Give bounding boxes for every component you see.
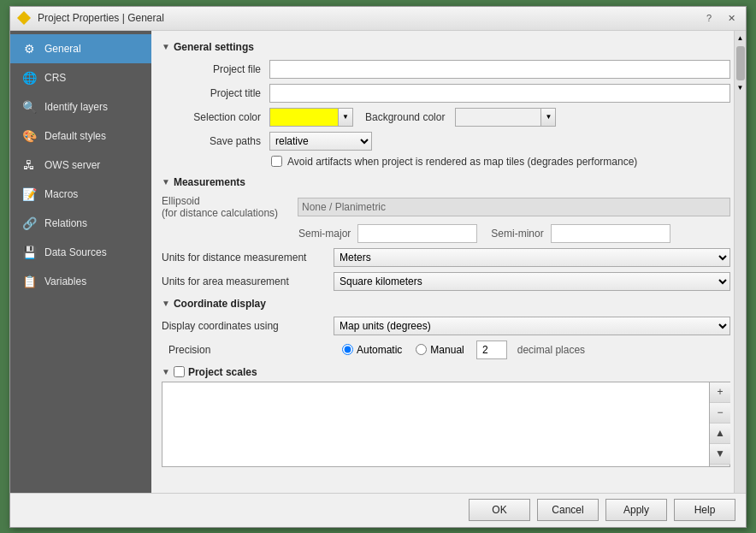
selection-color-label: Selection color	[162, 111, 264, 123]
precision-auto-radio[interactable]	[342, 344, 353, 355]
sidebar-item-identify-layers[interactable]: 🔍 Identify layers	[10, 92, 151, 121]
main-area: ▼ General settings Project file Project …	[151, 31, 746, 493]
macros-icon: 📝	[21, 186, 38, 203]
semi-minor-input[interactable]	[551, 224, 670, 243]
scales-arrow[interactable]: ▼	[162, 367, 170, 376]
project-scales-checkbox[interactable]	[174, 366, 185, 377]
sidebar: ⚙ General 🌐 CRS 🔍 Identify layers 🎨 Defa…	[10, 31, 151, 493]
precision-label: Precision	[168, 344, 335, 356]
sidebar-item-macros[interactable]: 📝 Macros	[10, 180, 151, 209]
apply-button[interactable]: Apply	[605, 499, 667, 521]
scrollable-content: ▼ General settings Project file Project …	[151, 31, 734, 493]
distance-select[interactable]: Meters Kilometers Feet Nautical miles De…	[334, 248, 730, 267]
selection-color-dropdown-btn[interactable]: ▼	[338, 108, 353, 127]
sidebar-label-identify: Identify layers	[44, 101, 108, 113]
sidebar-item-default-styles[interactable]: 🎨 Default styles	[10, 121, 151, 151]
sidebar-item-ows-server[interactable]: 🖧 OWS server	[10, 151, 151, 180]
background-color-label: Background color	[365, 111, 445, 123]
crs-icon: 🌐	[21, 69, 38, 86]
precision-row: Precision Automatic Manual decimal place…	[168, 341, 730, 359]
sidebar-item-relations[interactable]: 🔗 Relations	[10, 209, 151, 238]
sidebar-label-relations: Relations	[44, 217, 87, 229]
general-icon: ⚙	[21, 40, 38, 57]
sidebar-item-variables[interactable]: 📋 Variables	[10, 267, 151, 296]
relations-icon: 🔗	[21, 215, 38, 232]
ellipsoid-row: Ellipsoid (for distance calculations)	[162, 195, 730, 219]
sidebar-label-general: General	[44, 43, 81, 55]
precision-manual-label: Manual	[430, 344, 464, 356]
scales-list-area: + − ▲ ▼	[162, 382, 730, 467]
scales-buttons: + − ▲ ▼	[710, 382, 730, 467]
project-file-label: Project file	[162, 63, 264, 75]
sidebar-label-ows: OWS server	[44, 159, 100, 171]
general-settings-header: ▼ General settings	[162, 41, 730, 53]
color-row: Selection color ▼ Background color ▼	[162, 108, 730, 127]
measurements-arrow[interactable]: ▼	[162, 177, 170, 187]
precision-auto-label: Automatic	[357, 344, 402, 356]
title-bar: Project Properties | General ? ✕	[10, 7, 746, 31]
sidebar-label-macros: Macros	[44, 188, 78, 200]
scrollbar: ▲ ▼	[734, 31, 746, 493]
scroll-down-btn[interactable]: ▼	[735, 82, 746, 94]
auto-radio-item: Automatic	[342, 344, 402, 356]
semi-minor-label: Semi-minor	[491, 228, 543, 240]
save-paths-row: Save paths relative absolute	[162, 132, 730, 151]
section-title-general: General settings	[174, 41, 254, 53]
close-title-btn[interactable]: ✕	[724, 10, 739, 26]
dialog-body: ⚙ General 🌐 CRS 🔍 Identify layers 🎨 Defa…	[10, 31, 746, 493]
project-properties-dialog: Project Properties | General ? ✕ ⚙ Gener…	[9, 6, 747, 528]
display-coord-row: Display coordinates using Map units (deg…	[162, 317, 730, 335]
scroll-up-btn[interactable]: ▲	[735, 33, 746, 44]
project-title-row: Project title	[162, 84, 730, 103]
sidebar-label-crs: CRS	[44, 72, 66, 84]
semi-major-input[interactable]	[357, 224, 477, 243]
sidebar-label-data-sources: Data Sources	[44, 246, 107, 258]
decimal-places-label: decimal places	[517, 344, 585, 356]
area-select[interactable]: Square kilometers Square meters Square f…	[334, 272, 730, 291]
measurements-header: ▼ Measurements	[162, 176, 730, 188]
background-color-box[interactable]	[455, 108, 540, 127]
styles-icon: 🎨	[21, 127, 38, 145]
coord-arrow[interactable]: ▼	[162, 299, 170, 308]
sidebar-item-general[interactable]: ⚙ General	[10, 34, 151, 63]
area-row: Units for area measurement Square kilome…	[162, 272, 730, 291]
selection-color-box[interactable]	[269, 108, 338, 127]
background-color-picker: ▼	[455, 108, 556, 127]
scales-down-btn[interactable]: ▼	[710, 444, 730, 465]
background-color-dropdown-btn[interactable]: ▼	[540, 108, 556, 127]
dialog-title: Project Properties | General	[38, 12, 694, 24]
save-paths-select[interactable]: relative absolute	[269, 132, 372, 151]
avoid-artifacts-row: Avoid artifacts when project is rendered…	[271, 156, 730, 168]
scales-list[interactable]	[162, 382, 710, 467]
help-button[interactable]: Help	[674, 499, 735, 521]
project-file-row: Project file	[162, 60, 730, 79]
avoid-artifacts-checkbox[interactable]	[271, 156, 282, 167]
help-title-btn[interactable]: ?	[701, 10, 717, 26]
scales-remove-btn[interactable]: −	[710, 403, 730, 423]
collapse-arrow[interactable]: ▼	[162, 42, 170, 51]
ellipsoid-label: Ellipsoid (for distance calculations)	[162, 195, 294, 219]
project-title-input[interactable]	[269, 84, 730, 103]
display-coord-select[interactable]: Map units (degrees) Map units Degrees, d…	[334, 317, 730, 335]
scales-add-btn[interactable]: +	[710, 382, 730, 403]
ellipsoid-input	[298, 198, 730, 216]
scales-up-btn[interactable]: ▲	[710, 423, 730, 444]
precision-manual-radio[interactable]	[416, 344, 427, 355]
variables-icon: 📋	[21, 273, 38, 290]
avoid-artifacts-label: Avoid artifacts when project is rendered…	[287, 156, 637, 168]
dialog-icon	[17, 11, 31, 25]
project-file-input[interactable]	[269, 60, 730, 79]
project-scales-section: ▼ Project scales + − ▲ ▼	[162, 366, 730, 467]
save-paths-label: Save paths	[162, 135, 264, 147]
sidebar-label-styles: Default styles	[44, 130, 106, 142]
project-scales-label: Project scales	[188, 366, 257, 378]
cancel-button[interactable]: Cancel	[537, 499, 599, 521]
coordinate-display-header: ▼ Coordinate display	[162, 298, 730, 310]
manual-radio-item: Manual	[416, 344, 464, 356]
precision-spinbox[interactable]	[476, 341, 507, 359]
scales-header: ▼ Project scales	[162, 366, 730, 378]
scroll-thumb[interactable]	[736, 46, 745, 80]
sidebar-item-crs[interactable]: 🌐 CRS	[10, 63, 151, 92]
ok-button[interactable]: OK	[469, 499, 530, 521]
sidebar-item-data-sources[interactable]: 💾 Data Sources	[10, 238, 151, 267]
